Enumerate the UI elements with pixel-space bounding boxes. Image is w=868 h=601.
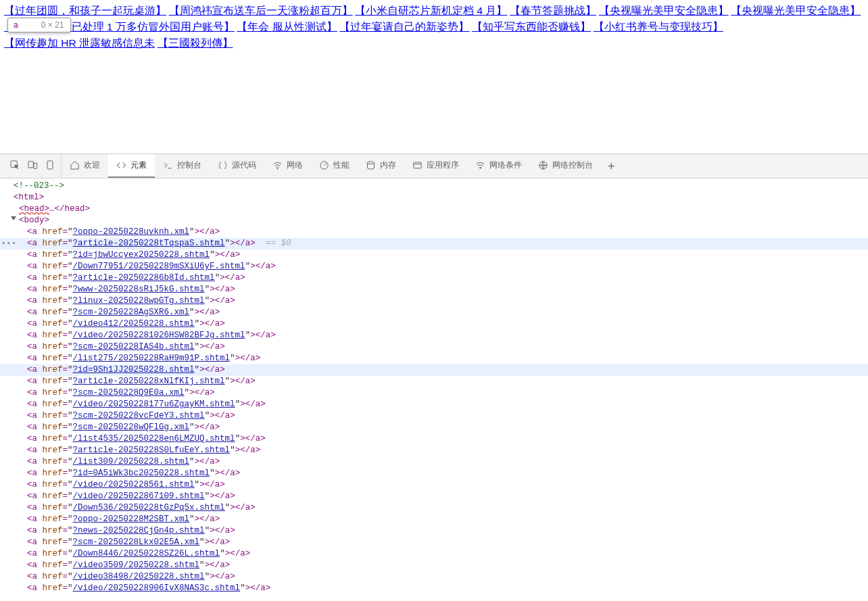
dom-node-anchor[interactable]: <a href="/video38498/20250228.shtml"></a… bbox=[0, 571, 868, 583]
svg-rect-1 bbox=[28, 162, 33, 168]
page-link[interactable]: 【知乎写东西能否赚钱】 bbox=[472, 21, 591, 32]
dom-node-anchor[interactable]: <a href="/list309/20250228.shtml"></a> bbox=[0, 456, 868, 468]
dom-node-anchor[interactable]: <a href="?scm-20250228Q9E0a.xml"></a> bbox=[0, 387, 868, 399]
svg-rect-3 bbox=[47, 161, 53, 169]
device-toggle-icon[interactable] bbox=[27, 160, 38, 172]
tab-label: 控制台 bbox=[177, 160, 201, 171]
dom-node-anchor[interactable]: <a href="?oppo-20250228uvknh.xml"></a> bbox=[0, 226, 868, 238]
dom-node-anchor[interactable]: <a href="?article-20250228S0LfuEeY.shtml… bbox=[0, 445, 868, 456]
dom-node-anchor[interactable]: <a href="/list275/20250228RaH9m91P.shtml… bbox=[0, 353, 868, 364]
page-link[interactable]: 【过年团圆，和孩子一起玩桌游】 bbox=[4, 5, 166, 16]
tab-label: 网络条件 bbox=[489, 160, 522, 171]
dom-node-anchor[interactable]: <a href="/video/20250228177u6ZgayKM.shtm… bbox=[0, 399, 868, 410]
tab-wifi[interactable]: 网络 bbox=[264, 154, 311, 178]
page-link[interactable]: 【央视曝光美甲安全隐患】 bbox=[599, 5, 729, 16]
dom-node-anchor[interactable]: <a href="/Down536/20250228tGzPq5x.shtml"… bbox=[0, 502, 868, 514]
dom-node-anchor[interactable]: <a href="?oppo-20250228M2SBT.xml"></a> bbox=[0, 514, 868, 525]
page-link[interactable]: 【年会 服从性测试】 bbox=[237, 21, 337, 32]
dom-node-anchor[interactable]: <a href="?article-202502286b8Id.shtml"><… bbox=[0, 272, 868, 284]
page-links-strip: 【过年团圆，和孩子一起玩桌游】 【周鸿祎宣布送车后一天涨粉超百万】 【小米自研芯… bbox=[4, 3, 864, 51]
dom-node-anchor[interactable]: <a href="?news-20250228CjGn4p.shtml"></a… bbox=[0, 525, 868, 537]
dom-node-anchor[interactable]: <a href="?id=9Sh1JJ20250228.shtml"></a> bbox=[0, 364, 868, 376]
dom-node-anchor[interactable]: <a href="?scm-20250228wQFlGg.xml"></a> bbox=[0, 422, 868, 433]
tab-console[interactable]: 控制台 bbox=[155, 154, 210, 178]
tooltip-tagname: a bbox=[14, 20, 18, 30]
tab-gauge[interactable]: 性能 bbox=[311, 154, 358, 178]
page-link[interactable]: 【三國殺列傳】 bbox=[158, 37, 233, 49]
page-link[interactable]: 【网传趣加 HR 泄露敏感信息未 bbox=[4, 37, 155, 49]
dom-node-anchor[interactable]: <a href="/list4535/20250228en6LMZUQ.shtm… bbox=[0, 433, 868, 445]
svg-point-8 bbox=[480, 167, 481, 168]
dom-node-anchor[interactable]: <a href="/video/20250228906IvX8NAS3c.sht… bbox=[0, 583, 868, 594]
tab-db[interactable]: 内存 bbox=[358, 154, 404, 178]
page-link[interactable]: 【周鸿祎宣布送车后一天涨粉超百万】 bbox=[169, 5, 353, 16]
tab-label: 欢迎 bbox=[84, 160, 100, 171]
tab-label: 网络控制台 bbox=[552, 160, 593, 171]
dom-node-anchor[interactable]: <a href="/video3509/20250228.shtml"></a> bbox=[0, 560, 868, 571]
dom-node-anchor[interactable]: <a href="?scm-20250228Lkx02E5A.xml"></a> bbox=[0, 537, 868, 548]
dom-node-anchor[interactable]: <a href="/video412/20250228.shtml"></a> bbox=[0, 318, 868, 330]
svg-point-4 bbox=[277, 168, 278, 169]
tab-label: 元素 bbox=[130, 160, 147, 171]
dom-node-anchor[interactable]: <a href="/video/2025022867109.shtml"></a… bbox=[0, 491, 868, 502]
dom-node-anchor[interactable]: <a href="?id=0A5iWk3bc20250228.shtml"></… bbox=[0, 468, 868, 479]
page-link[interactable]: 【春节答题挑战】 bbox=[510, 5, 596, 16]
device-icon[interactable] bbox=[45, 160, 55, 172]
dom-node-anchor[interactable]: <a href="/video/202502281026HSW82BFJg.sh… bbox=[0, 330, 868, 341]
dom-node-anchor[interactable]: •••<a href="?article-20250228tTqspaS.sht… bbox=[0, 238, 868, 249]
tab-home[interactable]: 欢迎 bbox=[62, 154, 108, 178]
toolbar-left-group bbox=[4, 154, 62, 178]
tab-globe[interactable]: 网络控制台 bbox=[530, 154, 601, 178]
dom-node-anchor[interactable]: <a href="/video/20250228561.shtml"></a> bbox=[0, 479, 868, 491]
dom-tree-panel[interactable]: <!--023--><html><head>…</head><body><a h… bbox=[0, 178, 868, 601]
svg-rect-2 bbox=[34, 163, 37, 168]
page-content: 【过年团圆，和孩子一起玩桌游】 【周鸿祎宣布送车后一天涨粉超百万】 【小米自研芯… bbox=[0, 0, 868, 153]
add-tab-button[interactable]: + bbox=[601, 160, 622, 172]
tabs-strip: 欢迎元素控制台源代码网络性能内存应用程序网络条件网络控制台 bbox=[62, 154, 601, 178]
tab-label: 应用程序 bbox=[427, 160, 459, 171]
element-hover-tooltip: a 0 × 21 bbox=[7, 18, 71, 32]
page-link[interactable]: 【央视曝光美甲安全隐患】 bbox=[731, 5, 861, 16]
svg-rect-7 bbox=[414, 162, 421, 168]
page-link[interactable]: 【小红书养号与变现技巧】 bbox=[594, 21, 723, 32]
dom-node-anchor[interactable]: <a href="?id=jbwUccyex20250228.shtml"></… bbox=[0, 249, 868, 261]
dom-node-anchor[interactable]: <a href="?scm-20250228vcFdeY3.shtml"></a… bbox=[0, 410, 868, 422]
page-link[interactable]: 【小米自研芯片新机定档 4 月】 bbox=[355, 5, 507, 16]
dom-node-anchor[interactable]: <a href="?scm-20250228AgSXR6.xml"></a> bbox=[0, 307, 868, 318]
inspect-icon[interactable] bbox=[9, 160, 20, 172]
svg-point-6 bbox=[368, 162, 375, 164]
tab-code[interactable]: 元素 bbox=[108, 154, 155, 178]
tab-label: 性能 bbox=[333, 160, 349, 171]
dom-node-anchor[interactable]: <a href="?article-20250228xNlfKIj.shtml"… bbox=[0, 376, 868, 387]
tab-window[interactable]: 应用程序 bbox=[404, 154, 467, 178]
devtools-panel: 欢迎元素控制台源代码网络性能内存应用程序网络条件网络控制台 + <!--023-… bbox=[0, 153, 868, 601]
devtools-toolbar: 欢迎元素控制台源代码网络性能内存应用程序网络条件网络控制台 + bbox=[0, 154, 868, 178]
tab-label: 网络 bbox=[287, 160, 303, 171]
tab-wifi2[interactable]: 网络条件 bbox=[467, 154, 530, 178]
dom-node-anchor[interactable]: <a href="/Down77951/202502289mSXiU6yF.sh… bbox=[0, 261, 868, 272]
tab-braces[interactable]: 源代码 bbox=[210, 154, 264, 178]
dom-node-anchor[interactable]: <a href="?scm-20250228IAS4b.shtml"></a> bbox=[0, 341, 868, 353]
dom-node-anchor[interactable]: <a href="?linux-20250228wpGTg.shtml"></a… bbox=[0, 295, 868, 307]
tooltip-dimensions: 0 × 21 bbox=[41, 20, 64, 30]
page-link[interactable]: 【过年宴请自己的新姿势】 bbox=[339, 21, 469, 32]
dom-node-anchor[interactable]: <a href="/Down8446/20250228SZ26L.shtml">… bbox=[0, 548, 868, 560]
dom-node-anchor[interactable]: <a href="?www-20250228sRiJ5kG.shtml"></a… bbox=[0, 284, 868, 295]
tab-label: 源代码 bbox=[232, 160, 256, 171]
tab-label: 内存 bbox=[380, 160, 396, 171]
